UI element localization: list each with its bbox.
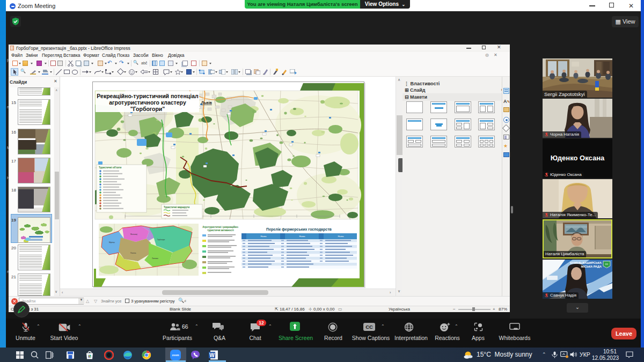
- svg-text:Мальчиці: Мальчиці: [130, 233, 137, 235]
- svg-text:Поляна: Поляна: [130, 252, 136, 254]
- svg-text:Назва: Назва: [299, 235, 305, 238]
- svg-text:Туристичні об'єкти: Туристичні об'єкти: [99, 166, 121, 169]
- svg-text:Липники: Липники: [152, 257, 158, 260]
- svg-text:KK: KK: [605, 263, 609, 265]
- svg-text:Назва: Назва: [338, 235, 344, 238]
- svg-text:Туристичні маршрути: Туристичні маршрути: [164, 206, 190, 209]
- svg-text:туристичні активності: туристичні активності: [207, 229, 233, 232]
- svg-text:W: W: [209, 352, 215, 358]
- svg-text:Перелік фермерських господарст: Перелік фермерських господарств: [266, 227, 332, 232]
- svg-text:Львів: Львів: [201, 101, 212, 105]
- svg-text:агротуристичного кластеру: агротуристичного кластеру: [109, 99, 186, 106]
- svg-text:Щирець: Щирець: [109, 241, 115, 243]
- svg-text:Назва: Назва: [260, 235, 267, 238]
- svg-text:Агротуристичні і рекреаційно-: Агротуристичні і рекреаційно-: [202, 225, 239, 228]
- svg-text:Горбогори: Горбогори: [157, 239, 165, 241]
- svg-text:Рекреаційно-туристичний потенц: Рекреаційно-туристичний потенціал: [97, 93, 198, 99]
- svg-text:"Горбогори": "Горбогори": [130, 106, 165, 112]
